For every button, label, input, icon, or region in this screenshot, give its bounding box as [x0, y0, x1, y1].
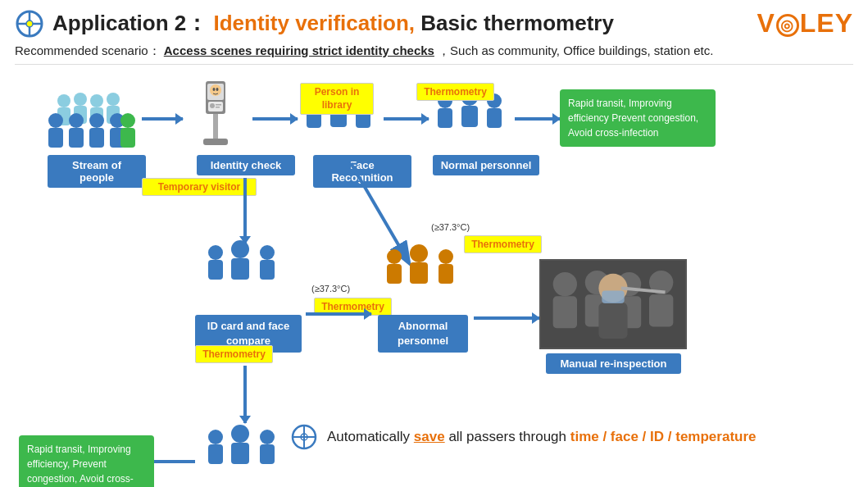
logo: V◎LEY	[757, 8, 853, 39]
abnormal-label: Abnormal personnel	[378, 315, 468, 353]
svg-point-47	[208, 245, 223, 260]
svg-point-16	[89, 113, 104, 128]
header-title: Application 2： Identity verification, Ba…	[52, 9, 614, 38]
subtitle-highlight: Access scenes requiring strict identity …	[164, 43, 434, 57]
normal-personnel-label: Normal personnel	[433, 155, 539, 175]
svg-rect-56	[410, 262, 428, 284]
svg-point-57	[439, 249, 453, 264]
crosshair-bottom-icon	[289, 422, 319, 452]
temporary-visitor-tag: Temporary visitor	[142, 178, 257, 196]
svg-point-76	[260, 430, 275, 444]
arrow-idcard-down	[243, 366, 247, 423]
crosshair-icon	[15, 9, 44, 39]
svg-point-8	[90, 94, 103, 107]
thermometry-tag-bottom: Thermometry	[195, 345, 273, 363]
manual-reinspection-label: Manual re-inspection	[546, 353, 681, 374]
svg-point-74	[231, 425, 249, 443]
svg-point-4	[57, 94, 70, 107]
svg-rect-13	[48, 128, 63, 148]
svg-point-53	[387, 249, 402, 264]
manual-inspection-photo	[539, 259, 687, 349]
thermometry-tag-right: Thermometry	[464, 235, 542, 253]
svg-point-14	[69, 113, 84, 128]
svg-rect-31	[213, 114, 218, 139]
temp-note-right: (≥37.3°C)	[431, 222, 470, 232]
subtitle: Recommended scenario： Access scenes requ…	[15, 43, 853, 65]
svg-point-28	[210, 103, 215, 108]
save-highlights: time / face / ID / temperature	[570, 429, 757, 444]
svg-point-10	[107, 93, 120, 106]
svg-rect-15	[69, 128, 84, 148]
svg-rect-61	[553, 296, 577, 328]
save-description: Automatically save all passers through t…	[327, 429, 757, 445]
flow-area: Rapid transit, Improving efficiency Prev…	[15, 75, 853, 452]
arrow-idcard-to-abnormal	[306, 312, 371, 316]
arrow-normal-to-result	[515, 117, 560, 121]
svg-point-25	[213, 88, 216, 91]
svg-rect-75	[231, 443, 249, 464]
result-box-bottom: Rapid transit, Improving efficiency, Pre…	[19, 435, 154, 487]
page: Application 2： Identity verification, Ba…	[0, 0, 868, 487]
svg-rect-73	[208, 444, 223, 464]
svg-point-20	[120, 113, 135, 128]
svg-rect-17	[89, 128, 104, 148]
result-box-top: Rapid transit, Improving efficiency Prev…	[560, 89, 716, 147]
stream-label: Stream of people	[48, 155, 146, 188]
svg-point-26	[216, 88, 219, 91]
arrow-stream-to-identity	[142, 117, 183, 121]
svg-rect-30	[216, 107, 220, 108]
svg-point-51	[260, 245, 275, 260]
thermometry-tag-top: Thermometry	[416, 83, 494, 101]
svg-rect-42	[461, 106, 478, 127]
svg-rect-69	[598, 303, 627, 339]
normal-personnel-bottom-icon	[195, 419, 285, 485]
svg-rect-54	[387, 264, 402, 284]
svg-rect-50	[231, 258, 249, 280]
arrow-identity-to-face	[252, 117, 298, 121]
bottom-save-section: Automatically save all passers through t…	[289, 422, 845, 452]
svg-point-60	[553, 272, 577, 296]
svg-rect-32	[203, 139, 228, 145]
stream-people-icon	[39, 83, 138, 148]
svg-rect-40	[438, 108, 452, 128]
svg-point-72	[208, 430, 223, 444]
arrow-face-to-normal	[384, 117, 429, 121]
arrow-identity-down	[243, 178, 247, 244]
save-word: save	[414, 429, 445, 444]
svg-point-12	[48, 113, 63, 128]
svg-rect-29	[216, 104, 221, 106]
header: Application 2： Identity verification, Ba…	[15, 8, 853, 39]
svg-rect-70	[602, 290, 624, 303]
svg-rect-77	[260, 444, 275, 464]
svg-point-49	[231, 240, 249, 258]
svg-rect-48	[208, 260, 223, 280]
identity-label: Identity check	[197, 155, 295, 175]
svg-rect-21	[120, 128, 135, 148]
id-card-people-icon	[195, 234, 285, 300]
svg-rect-52	[260, 260, 275, 280]
identity-device	[183, 79, 248, 157]
svg-rect-58	[439, 264, 453, 284]
arrow-abnormal-to-manual	[474, 316, 539, 320]
temp-note-middle: (≥37.3°C)	[311, 284, 350, 294]
abnormal-people-icon	[374, 239, 464, 308]
svg-point-3	[26, 20, 33, 27]
svg-point-6	[74, 93, 87, 106]
svg-point-55	[410, 244, 428, 262]
person-in-library-tag: Person in library	[300, 83, 374, 115]
svg-rect-44	[487, 108, 502, 128]
svg-rect-67	[649, 294, 673, 326]
